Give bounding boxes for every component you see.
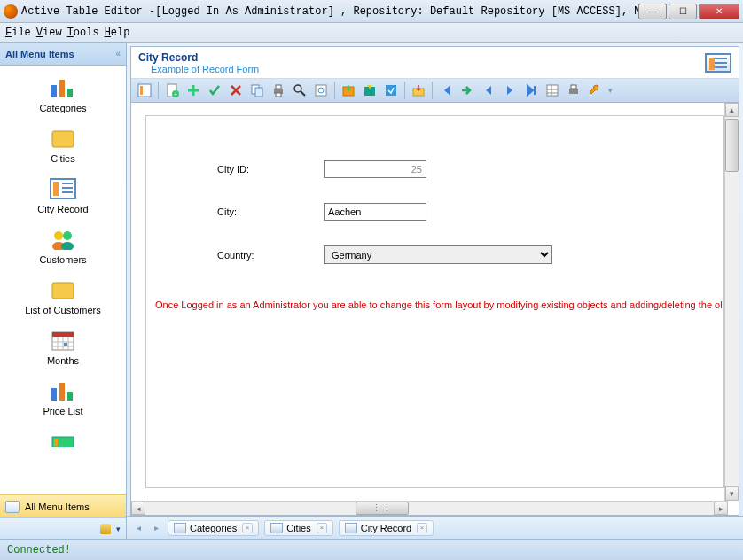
menu-help[interactable]: Help [105, 27, 130, 39]
city-field[interactable] [324, 203, 426, 221]
tb-new-icon[interactable]: + [162, 81, 182, 100]
minimize-button[interactable]: — [638, 4, 667, 19]
folder-icon [48, 277, 78, 302]
svg-rect-26 [54, 439, 58, 446]
svg-line-38 [301, 91, 305, 96]
form-area: City ID: City: Country: Germany Once Log… [131, 103, 739, 515]
tb-export1-icon[interactable] [339, 81, 358, 100]
tb-preview-icon[interactable] [311, 81, 331, 100]
svg-rect-3 [52, 131, 74, 147]
tb-play-icon[interactable] [500, 81, 520, 100]
tb-find-icon[interactable] [290, 81, 309, 100]
content: City Record Example of Record Form + [127, 43, 743, 539]
svg-point-12 [61, 242, 74, 250]
tb-print-icon[interactable] [269, 81, 288, 100]
sidebar-header: All Menu Items « [0, 43, 126, 66]
sidebar-item-more[interactable] [0, 424, 126, 461]
sidebar-item-price-list[interactable]: Price List [0, 374, 126, 421]
tb-add-icon[interactable] [184, 81, 203, 100]
chart-icon [48, 75, 78, 100]
svg-rect-2 [67, 89, 73, 97]
sidebar-item-months[interactable]: Months [0, 323, 126, 370]
sidebar-footer-tools: ▾ [0, 517, 126, 539]
window-title: Active Table Editor -[Logged In As Admin… [21, 5, 638, 18]
country-label: Country: [146, 250, 324, 261]
list-icon [5, 501, 20, 513]
sidebar-item-city-record[interactable]: City Record [0, 172, 126, 219]
calendar-icon [48, 328, 78, 353]
tb-next-green-icon[interactable] [458, 81, 477, 100]
sidebar-item-categories[interactable]: Categories [0, 71, 126, 118]
svg-rect-50 [571, 85, 576, 89]
horizontal-scrollbar[interactable]: ◂ ⋮⋮ ▸ [131, 501, 728, 515]
sidebar-label: List of Customers [25, 305, 101, 315]
vertical-scrollbar[interactable]: ▴ ▾ [724, 103, 739, 501]
scroll-thumb[interactable] [725, 119, 739, 172]
tabs-next-icon[interactable]: ▸ [150, 523, 162, 533]
tb-prev-icon[interactable] [479, 81, 498, 100]
menu-tools[interactable]: Tools [67, 27, 99, 39]
tb-export2-icon[interactable] [360, 81, 379, 100]
svg-rect-15 [52, 332, 74, 337]
city-id-field[interactable] [324, 160, 426, 178]
menu-file[interactable]: File [5, 27, 31, 39]
scroll-left-icon[interactable]: ◂ [131, 502, 145, 515]
form-icon [48, 176, 78, 201]
lock-icon[interactable] [100, 524, 111, 534]
tab-close-icon[interactable]: × [242, 523, 253, 533]
tabs-prev-icon[interactable]: ◂ [132, 523, 145, 533]
tab-close-icon[interactable]: × [417, 523, 427, 533]
maximize-button[interactable]: ☐ [669, 4, 697, 19]
tb-import-icon[interactable] [409, 81, 428, 100]
sidebar-label: Cities [51, 153, 75, 164]
close-button[interactable]: ✕ [699, 4, 739, 19]
tb-first-icon[interactable] [436, 81, 456, 100]
city-id-label: City ID: [146, 164, 324, 175]
sidebar-item-cities[interactable]: Cities [0, 121, 126, 168]
tab-categories[interactable]: Categories × [168, 520, 259, 536]
svg-rect-39 [316, 85, 326, 96]
titlebar: Active Table Editor -[Logged In As Admin… [0, 0, 743, 23]
tb-tool-icon[interactable] [585, 81, 605, 100]
tab-label: Categories [190, 523, 237, 533]
svg-rect-49 [569, 89, 578, 94]
tb-form-icon[interactable] [135, 81, 154, 100]
tb-printer-icon[interactable] [564, 81, 583, 100]
tb-last-icon[interactable] [521, 81, 541, 100]
sidebar-item-customers[interactable]: Customers [0, 222, 126, 269]
form-panel: City ID: City: Country: Germany Once Log… [145, 115, 724, 488]
svg-rect-36 [276, 93, 281, 97]
tb-ok-icon[interactable] [205, 81, 224, 100]
tb-cancel-icon[interactable] [226, 81, 246, 100]
sidebar-label: City Record [37, 204, 88, 214]
tb-copy-icon[interactable] [247, 81, 267, 100]
scroll-down-icon[interactable]: ▾ [725, 486, 739, 501]
country-select[interactable]: Germany [324, 245, 552, 264]
svg-rect-0 [51, 85, 57, 97]
sidebar-item-list-customers[interactable]: List of Customers [0, 273, 126, 320]
svg-text:+: + [174, 91, 177, 97]
collapse-icon[interactable]: « [115, 49, 121, 58]
form-header-icon [705, 53, 731, 73]
sidebar-footer: All Menu Items ▾ [0, 494, 126, 539]
chevron-down-icon[interactable]: ▾ [116, 525, 121, 533]
menu-view[interactable]: View [36, 27, 62, 39]
sidebar-label: Categories [39, 103, 86, 113]
tab-close-icon[interactable]: × [317, 523, 327, 533]
window-icon [48, 429, 78, 454]
sidebar-title: All Menu Items [5, 49, 74, 59]
chart-icon [48, 378, 78, 403]
sidebar-footer-all[interactable]: All Menu Items [0, 494, 126, 517]
card-header: City Record Example of Record Form [131, 47, 739, 79]
scroll-up-icon[interactable]: ▴ [725, 103, 739, 117]
tb-export3-icon[interactable] [381, 81, 401, 100]
tab-icon [270, 523, 283, 533]
tb-grid-icon[interactable] [543, 81, 562, 100]
scroll-thumb[interactable]: ⋮⋮ [356, 502, 409, 515]
tab-city-record[interactable]: City Record × [339, 520, 434, 536]
toolbar-more-icon[interactable]: ▾ [608, 86, 613, 95]
scroll-right-icon[interactable]: ▸ [714, 502, 728, 515]
tab-cities[interactable]: Cities × [264, 520, 333, 536]
svg-rect-33 [255, 88, 262, 97]
sidebar-label: Customers [39, 254, 86, 265]
